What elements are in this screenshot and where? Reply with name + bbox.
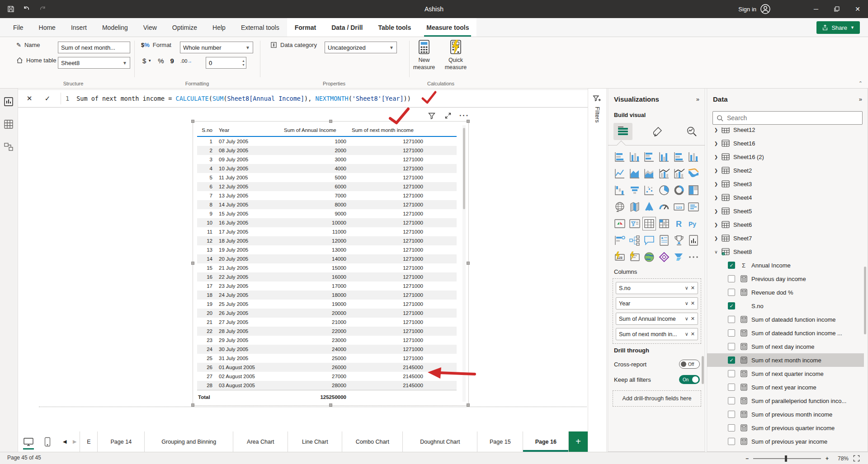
column-header-year[interactable]: Year [216,127,280,133]
field-sum-of-previous-month-income[interactable]: Sum of previous month income [707,408,864,421]
table-row[interactable]: 1117 July 2005110001271000 [197,227,457,236]
column-header-sum-of-annual-income[interactable]: Sum of Annual Income [280,127,348,133]
chevron-right-icon[interactable]: ❯ [712,155,721,159]
clustered-column-chart-icon[interactable] [657,150,671,164]
field-revenue-dod[interactable]: Revenue dod % [707,286,864,299]
checkbox-unchecked[interactable] [728,329,735,337]
chevron-right-icon[interactable]: ❯ [712,127,721,132]
search-box[interactable] [712,111,863,125]
checkbox-unchecked[interactable] [728,438,735,445]
thousands-separator-button[interactable]: 9 [170,57,174,65]
remove-field-icon[interactable]: ✕ [691,316,695,322]
table-row[interactable]: 410 July 200540001271000 [197,164,457,173]
gauge-icon[interactable] [657,200,671,214]
share-button[interactable]: Share ▼ [816,21,860,34]
add-drill-through-dropzone[interactable]: Add drill-through fields here [613,390,701,407]
expand-filters-icon[interactable] [593,95,602,104]
table-row[interactable]: 2601 August 2005260002145000 [197,363,457,372]
field-sum-of-next-day-income[interactable]: Sum of next day income [707,340,864,353]
page-tab-e[interactable]: E [80,431,98,452]
azure-map-icon[interactable] [642,250,656,264]
new-card-icon[interactable]: 123 [613,250,627,264]
table-row[interactable]: 2228 July 2005220001271000 [197,327,457,336]
new-page-button[interactable]: + [569,431,588,452]
map-icon[interactable] [613,200,627,214]
report-view-icon[interactable] [4,97,14,108]
maximize-button[interactable] [826,0,847,18]
field-sum-of-next-year-income[interactable]: Sum of next year income [707,380,864,394]
menu-tab-file[interactable]: File [5,18,31,37]
stepper-arrows[interactable]: ▲▼ [242,57,245,68]
currency-format-button[interactable]: $▼ [142,57,151,65]
r-script-visual-icon[interactable]: R [672,217,686,230]
format-visual-tab[interactable] [648,123,667,140]
resize-handle[interactable] [191,262,194,265]
kpi-icon[interactable] [613,217,627,230]
page-tab-grouping-and-binning[interactable]: Grouping and Binning [145,431,233,452]
data-table-sheet3[interactable]: ❯Sheet3 [707,177,864,191]
field-previous-day-income[interactable]: Previous day income [707,272,864,286]
menu-tab-home[interactable]: Home [31,18,63,37]
decimal-places-input[interactable] [206,57,238,68]
page-tab-combo-chart[interactable]: Combo Chart [342,431,403,452]
commit-formula-icon[interactable]: ✓ [42,93,53,104]
chevron-right-icon[interactable]: ❯ [712,182,721,187]
matrix-icon[interactable] [657,217,671,230]
table-row[interactable]: 1622 July 2005160001271000 [197,272,457,281]
chevron-down-icon[interactable]: ∨ [685,331,689,337]
home-table-select[interactable]: Sheet8▼ [58,57,130,69]
resize-handle[interactable] [467,262,470,265]
treemap-icon[interactable] [687,183,700,197]
mobile-layout-icon[interactable] [40,431,55,452]
field-well-s-no[interactable]: S.no∨✕ [616,282,698,294]
table-row[interactable]: 2329 July 2005230001271000 [197,336,457,345]
checkbox-unchecked[interactable] [728,289,735,296]
table-row[interactable]: 1319 July 2005130001271000 [197,245,457,254]
page-tab-doughnut-chart[interactable]: Doughnut Chart [403,431,477,452]
python-visual-icon[interactable]: Py [687,217,700,230]
menu-tab-optimize[interactable]: Optimize [165,18,205,37]
decimal-places-stepper[interactable]: ▲▼ [206,57,246,69]
funnel-chart-icon[interactable] [628,183,642,197]
chevron-right-icon[interactable]: ❯ [712,195,721,200]
more-options-icon[interactable]: ··· [460,111,469,120]
field-sum-of-next-quarter-income[interactable]: Sum of next quarter income [707,367,864,380]
pie-chart-icon[interactable] [657,183,671,197]
resize-handle[interactable] [467,403,470,407]
model-view-icon[interactable] [4,142,14,153]
data-table-sheet16[interactable]: ❯Sheet16 [707,136,864,150]
page-tab-line-chart[interactable]: Line Chart [288,431,342,452]
table-row[interactable]: 1016 July 2005100001271000 [197,218,457,227]
data-pane-scrollbar-thumb[interactable] [864,267,866,334]
multi-row-card-icon[interactable] [687,200,700,214]
table-row[interactable]: 309 July 200530001271000 [197,155,457,164]
columns-well[interactable]: S.no∨✕Year∨✕Sum of Annual Income∨✕Sum of… [613,278,701,344]
build-visual-tab[interactable] [613,123,632,140]
chevron-down-icon[interactable]: ∨ [685,316,689,322]
table-row[interactable]: 915 July 200590001271000 [197,209,457,218]
new-measure-button[interactable]: New measure [410,40,439,71]
page-tab-page-16[interactable]: Page 16 [523,431,569,452]
filter-icon[interactable] [427,111,436,120]
field-well-year[interactable]: Year∨✕ [616,297,698,309]
key-influencers-icon[interactable] [613,234,627,247]
new-slicer-icon[interactable] [628,250,642,264]
remove-field-icon[interactable]: ✕ [691,300,695,306]
decimal-places-icon[interactable]: .00→ [180,58,192,64]
power-automate-icon[interactable] [672,250,686,264]
collapse-ribbon-icon[interactable]: ⌃ [859,80,863,86]
cross-report-toggle[interactable]: Off [679,360,700,369]
data-table-sheet8[interactable]: ∨Sheet8 [707,245,864,258]
table-row[interactable]: 1420 July 2005140001271000 [197,254,457,263]
data-table-sheet16-2[interactable]: ❯Sheet16 (2) [707,150,864,164]
filled-map-icon[interactable] [628,200,642,214]
zoom-in-icon[interactable]: + [826,455,829,462]
shape-map-icon[interactable] [642,200,656,214]
cancel-formula-icon[interactable]: ✕ [24,93,35,104]
checkbox-unchecked[interactable] [728,384,735,391]
table-view-icon[interactable] [4,119,14,130]
table-scrollbar[interactable] [462,125,466,402]
remove-field-icon[interactable]: ✕ [691,331,695,337]
field-s-no[interactable]: ✓S.no [707,299,864,313]
table-row[interactable]: 1824 July 2005180001271000 [197,291,457,300]
